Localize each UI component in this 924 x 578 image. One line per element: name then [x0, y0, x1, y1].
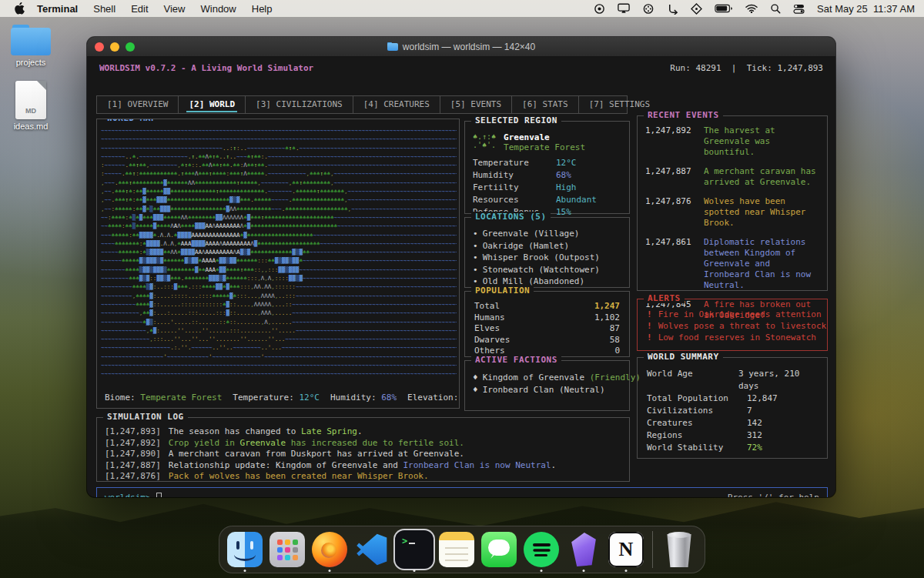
spotlight-icon[interactable] — [764, 3, 787, 14]
population-title: POPULATION — [471, 286, 534, 296]
alerts-panel: ALERTS !Fire in Oakridge needs attention… — [637, 299, 828, 351]
event-item: 1,247,876Wolves have been spotted near W… — [645, 196, 821, 229]
alert-item: !Wolves pose a threat to livestock — [645, 320, 819, 332]
dock-icon-terminal[interactable] — [397, 532, 432, 567]
location-item[interactable]: •Oakridge (Hamlet) — [473, 240, 621, 252]
command-bar[interactable]: worldsim> Press '/' for help — [96, 487, 828, 497]
running-indicator — [244, 570, 246, 572]
desktop-icon-ideas-md[interactable]: MD ideas.md — [2, 81, 60, 131]
simulation-log-panel: SIMULATION LOG [1,247,893]The season has… — [96, 417, 630, 482]
menu-bar: Terminal Shell Edit View Window Help Sat… — [0, 0, 924, 17]
menu-item-shell[interactable]: Shell — [85, 3, 123, 15]
markdown-file-icon: MD — [15, 81, 46, 119]
dock-icon-messages[interactable] — [481, 532, 517, 567]
summary-row: Regions312 — [647, 429, 818, 442]
dock-icon-firefox[interactable] — [312, 532, 347, 567]
location-item[interactable]: •Stonewatch (Watchtower) — [473, 264, 621, 276]
population-row: Humans1,102 — [474, 312, 620, 324]
summary-row: Total Population12,847 — [647, 393, 818, 405]
dock-icon-notion[interactable] — [608, 532, 644, 567]
population-panel: POPULATION Total1,247Humans1,102Elves87D… — [464, 291, 630, 357]
dock-icon-obsidian[interactable] — [566, 532, 601, 567]
recent-events-panel: RECENT EVENTS 1,247,892The harvest at Gr… — [637, 115, 828, 291]
window-titlebar[interactable]: worldsim — worldsim — 142×40 — [87, 37, 835, 57]
selected-region-panel: SELECTED REGION ♠.↑:♠ .'♠'. Greenvale Te… — [464, 121, 630, 214]
record-icon[interactable] — [588, 3, 611, 15]
text-cursor[interactable] — [156, 493, 162, 498]
dock-icon-trash[interactable] — [661, 532, 697, 567]
terminal-content: WORLDSIM v0.7.2 - A Living World Simulat… — [87, 57, 835, 497]
dock-icon-finder[interactable] — [227, 532, 263, 567]
tab--1-overview[interactable]: [1] OVERVIEW — [97, 96, 179, 113]
selected-region-title: SELECTED REGION — [471, 115, 561, 125]
menu-item-help[interactable]: Help — [244, 3, 280, 15]
minimize-button[interactable] — [110, 42, 119, 52]
running-indicator — [625, 570, 628, 572]
population-row: Elves87 — [474, 323, 620, 335]
summary-row: Civilizations7 — [647, 405, 818, 417]
location-item[interactable]: •Whisper Brook (Outpost) — [473, 252, 621, 264]
wifi-icon[interactable] — [739, 4, 764, 13]
region-biome: Temperate Forest — [504, 142, 585, 152]
event-item: 1,247,887A merchant caravan has arrived … — [645, 166, 821, 188]
tab--4-creatures[interactable]: [4] CREATURES — [353, 96, 440, 113]
running-indicator — [583, 570, 585, 572]
region-name: Greenvale — [504, 132, 585, 142]
world-map-panel[interactable]: WORLD MAP ~~~~~~~~~~~~~~~~~~~~~~~~~~~~~~… — [96, 119, 460, 409]
folder-icon — [11, 25, 51, 55]
tab-bar: [1] OVERVIEW[2] WORLD[3] CIVILIZATIONS[4… — [96, 95, 628, 114]
summary-row: World Age3 years, 210 days — [647, 368, 818, 393]
controller-icon[interactable] — [636, 3, 661, 15]
command-prompt: worldsim> — [105, 493, 151, 498]
desktop-icon-label: projects — [2, 58, 60, 67]
event-item: 1,247,861Diplomatic relations between Ki… — [645, 237, 821, 291]
region-field: Humidity68% — [473, 169, 621, 182]
location-item[interactable]: •Greenvale (Village) — [473, 228, 621, 240]
dock-icon-notes[interactable] — [439, 532, 474, 567]
ascii-world-map[interactable]: ~~~~~~~~~~~~~~~~~~~~~~~~~~~~~~~~~~~~~~~~… — [101, 126, 457, 385]
faction-item[interactable]: ♦Kingdom of Greenvale (Friendly) — [473, 372, 621, 384]
region-field: Temperature12°C — [473, 157, 621, 169]
target-icon[interactable] — [685, 3, 708, 15]
display-icon[interactable] — [611, 3, 636, 14]
control-center-icon[interactable] — [787, 4, 811, 14]
population-row: Total1,247 — [474, 301, 620, 312]
window-title: worldsim — worldsim — 142×40 — [87, 42, 835, 52]
dock-icon-vscode[interactable] — [354, 532, 390, 567]
close-button[interactable] — [95, 42, 104, 52]
summary-row: World Stability72% — [647, 442, 818, 454]
tab--5-events[interactable]: [5] EVENTS — [440, 96, 512, 113]
tab--2-world[interactable]: [2] WORLD — [179, 96, 246, 113]
summary-row: Creatures142 — [647, 417, 818, 429]
menu-item-terminal[interactable]: Terminal — [29, 3, 85, 15]
simulation-log-title: SIMULATION LOG — [103, 412, 188, 422]
zoom-button[interactable] — [126, 42, 135, 52]
battery-icon[interactable] — [708, 4, 739, 13]
dock-separator — [652, 531, 653, 568]
desktop-icon-label: ideas.md — [2, 122, 60, 131]
dock-icon-spotify[interactable] — [524, 532, 559, 567]
desktop-icon-projects[interactable]: projects — [2, 25, 60, 67]
locations-panel: LOCATIONS (5) •Greenvale (Village)•Oakri… — [464, 217, 630, 288]
menu-item-window[interactable]: Window — [193, 3, 244, 15]
shortcuts-icon[interactable] — [661, 3, 685, 15]
log-line: [1,247,893]The season has changed to Lat… — [105, 426, 621, 438]
tab--3-civilizations[interactable]: [3] CIVILIZATIONS — [246, 96, 353, 113]
menu-item-view[interactable]: View — [156, 3, 193, 15]
faction-item[interactable]: ♦Ironbeard Clan (Neutral) — [473, 384, 621, 396]
map-status-line: Biome: Temperate ForestTemperature: 12°C… — [105, 393, 460, 403]
recent-events-title: RECENT EVENTS — [644, 110, 723, 120]
menu-clock[interactable]: Sat May 25 11:37 AM — [811, 3, 915, 15]
region-field: ResourcesAbundant — [473, 194, 621, 206]
dock-icon-launchpad[interactable] — [270, 532, 305, 567]
menu-item-edit[interactable]: Edit — [123, 3, 156, 15]
log-line: [1,247,890]A merchant caravan from Duskp… — [105, 449, 621, 460]
factions-panel: ACTIVE FACTIONS ♦Kingdom of Greenvale (F… — [464, 360, 630, 411]
terminal-window: worldsim — worldsim — 142×40 WORLDSIM v0… — [87, 37, 835, 497]
tab--6-stats[interactable]: [6] STATS — [512, 96, 579, 113]
apple-menu-icon[interactable] — [9, 2, 29, 15]
population-row: Dwarves58 — [474, 335, 620, 346]
region-field: FertiiltyHigh — [473, 182, 621, 194]
app-title: WORLDSIM v0.7.2 - A Living World Simulat… — [99, 63, 313, 73]
folder-icon — [387, 42, 398, 51]
